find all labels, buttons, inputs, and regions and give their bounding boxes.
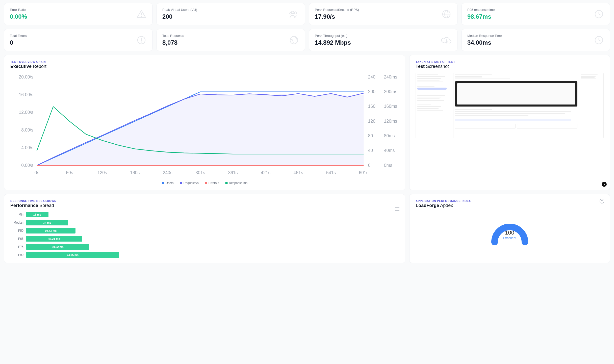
screenshot-panel: TAKEN AT START OF TEST Test Screenshot: [409, 55, 610, 190]
stat-label: Peak Throughput (est): [315, 34, 351, 38]
performance-spread-panel: RESPONSE TIME BREAKDOWN Performance Spre…: [4, 194, 405, 263]
svg-text:16.00/s: 16.00/s: [19, 92, 34, 97]
svg-text:301s: 301s: [195, 170, 205, 175]
panel-title: Test Screenshot: [416, 64, 604, 69]
svg-text:12.00/s: 12.00/s: [19, 110, 34, 115]
svg-text:160: 160: [368, 104, 375, 109]
perf-bar: 45.21 ms: [26, 236, 82, 242]
legend-item: Errors/s: [205, 181, 219, 185]
svg-text:0s: 0s: [35, 170, 39, 175]
svg-text:0.00/s: 0.00/s: [21, 163, 33, 168]
perf-bar: 34 ms: [26, 220, 68, 225]
stat-label: Median Response Time: [467, 34, 502, 38]
perf-bar: 39.73 ms: [26, 228, 75, 233]
stat-value: 200: [162, 13, 197, 20]
alert-circle-icon: [136, 35, 147, 45]
svg-text:40: 40: [368, 148, 373, 153]
test-screenshot-thumbnail[interactable]: [416, 73, 604, 138]
stat-card: Median Response Time 34.00ms: [462, 29, 610, 51]
svg-text:20.00/s: 20.00/s: [19, 74, 34, 80]
menu-icon[interactable]: [395, 207, 399, 211]
perf-bar-row: P50 39.73 ms: [10, 228, 399, 233]
stat-card: Peak Requests/Second (RPS) 17.90/s: [309, 3, 457, 25]
stat-label: Peak Requests/Second (RPS): [315, 8, 359, 12]
apdex-rating: Excellent: [503, 236, 516, 240]
svg-text:80: 80: [368, 133, 373, 138]
panel-eyebrow: RESPONSE TIME BREAKDOWN: [10, 199, 399, 202]
svg-text:421s: 421s: [261, 170, 270, 175]
svg-text:120ms: 120ms: [384, 119, 397, 124]
clock-icon: [594, 9, 604, 19]
earth-icon: [289, 35, 299, 45]
stat-label: Error Ratio: [10, 8, 27, 12]
stat-label: Total Errors: [10, 34, 27, 38]
svg-text:481s: 481s: [294, 170, 303, 175]
warning-triangle-icon: [136, 9, 147, 19]
svg-point-12: [290, 36, 298, 44]
stats-row-1: Error Ratio 0.00% Peak Virtual Users (VU…: [4, 3, 610, 25]
svg-point-3: [295, 12, 297, 14]
stat-label: P95 response time: [467, 8, 495, 12]
help-icon[interactable]: ?: [600, 199, 604, 203]
perf-bar-label: P50: [10, 229, 23, 232]
svg-point-1: [141, 16, 142, 16]
perf-bar: 13 ms: [26, 212, 48, 217]
svg-text:361s: 361s: [228, 170, 238, 175]
panel-title: Executive Report: [10, 64, 399, 69]
stat-card: Error Ratio 0.00%: [4, 3, 152, 25]
perf-bar-row: P90 74.95 ms: [10, 252, 399, 258]
svg-text:40ms: 40ms: [384, 148, 395, 153]
executive-report-chart: 0.00/s4.00/s8.00/s12.00/s16.00/s20.00/s0…: [10, 73, 399, 179]
svg-text:160ms: 160ms: [384, 104, 397, 109]
performance-bars: Min 13 ms Median 34 ms P50 39.73 ms P66 …: [10, 212, 399, 258]
svg-text:0ms: 0ms: [384, 163, 392, 168]
apdex-panel: APPLICATION PERFORMANCE INDEX LoadForge …: [409, 194, 610, 263]
download-cloud-icon: [441, 35, 452, 45]
apdex-score: 100: [503, 229, 516, 236]
svg-text:4.00/s: 4.00/s: [21, 145, 33, 150]
stat-card: Total Requests 8,078: [157, 29, 305, 51]
stat-card: P95 response time 98.67ms: [462, 3, 610, 25]
perf-bar-label: Min: [10, 213, 23, 216]
stats-row-2: Total Errors 0 Total Requests 8,078 Peak…: [4, 29, 610, 51]
svg-text:80ms: 80ms: [384, 133, 395, 138]
users-icon: [289, 9, 299, 19]
svg-text:240: 240: [368, 74, 375, 80]
svg-text:0: 0: [368, 163, 371, 168]
stat-card: Peak Throughput (est) 14.892 Mbps: [309, 29, 457, 51]
stat-label: Total Requests: [162, 34, 184, 38]
svg-text:120: 120: [368, 119, 375, 124]
perf-bar-row: Median 34 ms: [10, 220, 399, 225]
panel-eyebrow: APPLICATION PERFORMANCE INDEX: [416, 199, 604, 202]
clock-icon: [594, 35, 604, 45]
stat-value: 0: [10, 39, 27, 46]
svg-point-4: [290, 12, 291, 14]
perf-bar-label: Median: [10, 221, 23, 224]
stat-value: 0.00%: [10, 13, 27, 20]
legend-item: Requests/s: [180, 181, 199, 185]
panel-eyebrow: TEST OVERVIEW CHART: [10, 60, 399, 63]
perf-bar-row: Min 13 ms: [10, 212, 399, 217]
svg-text:8.00/s: 8.00/s: [21, 127, 33, 133]
svg-point-2: [291, 11, 294, 14]
legend-item: Users: [162, 181, 173, 185]
overview-chart-panel: TEST OVERVIEW CHART Executive Report 0.0…: [4, 55, 405, 190]
svg-text:240s: 240s: [163, 170, 172, 175]
panel-title: LoadForge Apdex: [416, 203, 604, 208]
perf-bar: 50.92 ms: [26, 244, 89, 250]
svg-point-11: [141, 42, 142, 42]
svg-text:541s: 541s: [326, 170, 336, 175]
svg-text:240ms: 240ms: [384, 74, 397, 80]
stat-value: 34.00ms: [467, 39, 502, 46]
play-icon[interactable]: [602, 182, 607, 187]
stat-card: Total Errors 0: [4, 29, 152, 51]
stat-value: 14.892 Mbps: [315, 39, 351, 46]
svg-text:200ms: 200ms: [384, 89, 397, 94]
legend-item: Response ms: [225, 181, 247, 185]
chart-legend: UsersRequests/sErrors/sResponse ms: [10, 179, 399, 185]
globe-icon: [441, 9, 452, 19]
stat-card: Peak Virtual Users (VU) 200: [157, 3, 305, 25]
svg-text:200: 200: [368, 89, 375, 94]
stat-label: Peak Virtual Users (VU): [162, 8, 197, 12]
perf-bar: 74.95 ms: [26, 252, 119, 258]
